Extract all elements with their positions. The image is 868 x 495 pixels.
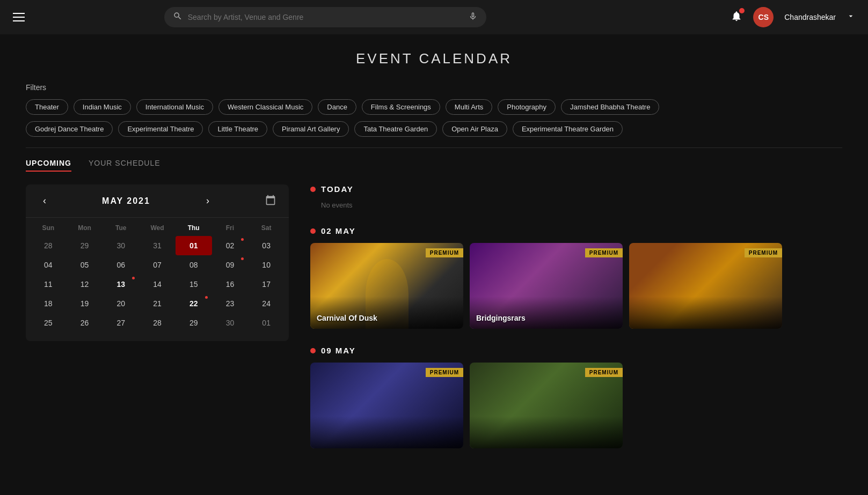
calendar-cell[interactable]: 30 [212, 313, 249, 333]
calendar-cell[interactable]: 06 [103, 255, 139, 275]
calendar-header: ‹ MAY 2021 › [26, 184, 289, 218]
calendar-cell[interactable]: 15 [176, 275, 212, 294]
event-card[interactable]: PREMIUM [470, 363, 623, 448]
calendar-cell[interactable]: 19 [67, 294, 103, 313]
avatar[interactable]: CS [753, 7, 774, 27]
calendar-cell[interactable]: 31 [139, 236, 176, 255]
divider [26, 147, 842, 148]
card-overlay [310, 416, 463, 448]
calendar-cell[interactable]: 27 [103, 313, 139, 333]
calendar-cell[interactable]: 23 [212, 294, 249, 313]
calendar-cell[interactable]: 29 [176, 313, 212, 333]
day-name-sat: Sat [248, 224, 285, 232]
calendar-cell[interactable]: 22 [176, 294, 212, 313]
filter-tag[interactable]: Little Theatre [208, 121, 267, 137]
filter-row-1: TheaterIndian MusicInternational MusicWe… [26, 99, 842, 115]
calendar-cell[interactable]: 14 [139, 275, 176, 294]
event-card[interactable]: PREMIUM Carnival Of Dusk [310, 243, 463, 329]
calendar-cell[interactable]: 28 [139, 313, 176, 333]
calendar-cell[interactable]: 02 [212, 236, 249, 255]
filter-tag[interactable]: Open Air Plaza [442, 121, 507, 137]
filter-tag[interactable]: Dance [318, 99, 356, 115]
calendar-cell[interactable]: 26 [67, 313, 103, 333]
tab-your-schedule[interactable]: YOUR SCHEDULE [89, 159, 161, 172]
premium-badge: PREMIUM [426, 248, 463, 257]
next-month-button[interactable]: › [202, 193, 214, 209]
day-name-thu: Thu [176, 224, 212, 232]
filter-tag[interactable]: Piramal Art Gallery [273, 121, 349, 137]
calendar-cell[interactable]: 18 [30, 294, 67, 313]
notification-bell[interactable] [731, 10, 742, 24]
event-dot [132, 277, 135, 279]
event-date-group: 02 MAY PREMIUM Carnival Of Dusk PREMIUM … [310, 226, 842, 329]
filter-tag[interactable]: Jamshed Bhabha Theatre [561, 99, 659, 115]
prev-month-button[interactable]: ‹ [39, 193, 50, 209]
filters-label: Filters [26, 83, 842, 92]
calendar-cell[interactable]: 25 [30, 313, 67, 333]
calendar-cell[interactable]: 01 [176, 236, 212, 255]
event-date-label: 02 MAY [310, 226, 842, 235]
microphone-icon[interactable] [468, 11, 478, 23]
calendar-events-layout: ‹ MAY 2021 › SunMonTueWedThuFriSat 28293… [26, 184, 842, 466]
filter-tag[interactable]: Photography [498, 99, 556, 115]
events-section: TODAY No events 02 MAY PREMIUM Carnival … [289, 184, 842, 466]
filter-tag[interactable]: Films & Screenings [362, 99, 440, 115]
filter-tag[interactable]: Multi Arts [446, 99, 492, 115]
event-groups: 02 MAY PREMIUM Carnival Of Dusk PREMIUM … [310, 226, 842, 448]
calendar-cell[interactable]: 20 [103, 294, 139, 313]
calendar-cell[interactable]: 28 [30, 236, 67, 255]
calendar-cell[interactable]: 24 [248, 294, 285, 313]
calendar-cell[interactable]: 10 [248, 255, 285, 275]
calendar-cell[interactable]: 01 [248, 313, 285, 333]
calendar-cell[interactable]: 21 [139, 294, 176, 313]
today-group: TODAY No events [310, 184, 842, 209]
calendar-cell[interactable]: 11 [30, 275, 67, 294]
month-label: MAY 2021 [102, 196, 150, 206]
calendar: ‹ MAY 2021 › SunMonTueWedThuFriSat 28293… [26, 184, 289, 341]
filter-tag[interactable]: International Music [136, 99, 213, 115]
calendar-cell[interactable]: 07 [139, 255, 176, 275]
calendar-cell[interactable]: 29 [67, 236, 103, 255]
calendar-cell[interactable]: 12 [67, 275, 103, 294]
notification-badge [739, 8, 745, 13]
calendar-cell[interactable]: 04 [30, 255, 67, 275]
filter-tag[interactable]: Tata Theatre Garden [354, 121, 437, 137]
filter-tag[interactable]: Indian Music [74, 99, 131, 115]
calendar-cell[interactable]: 30 [103, 236, 139, 255]
date-dot [310, 348, 316, 353]
calendar-cell[interactable]: 17 [248, 275, 285, 294]
filter-tag[interactable]: Western Classical Music [218, 99, 312, 115]
event-cards: PREMIUM PREMIUM [310, 363, 842, 448]
tab-upcoming[interactable]: UPCOMING [26, 159, 71, 172]
filter-row-2: Godrej Dance TheatreExperimental Theatre… [26, 121, 842, 137]
filter-tag[interactable]: Godrej Dance Theatre [26, 121, 113, 137]
date-text: 02 MAY [321, 226, 356, 235]
page-title: EVENT CALENDAR [26, 50, 842, 67]
no-events-text: No events [310, 201, 842, 209]
calendar-weeks: 2829303101020304050607080910111213141516… [30, 236, 285, 333]
calendar-picker-button[interactable] [265, 195, 276, 207]
filter-tag[interactable]: Experimental Theatre Garden [513, 121, 623, 137]
event-dot [241, 257, 244, 260]
calendar-week: 18192021222324 [30, 294, 285, 313]
filter-tag[interactable]: Experimental Theatre [118, 121, 203, 137]
user-name[interactable]: Chandrashekar [784, 13, 836, 21]
calendar-cell[interactable]: 13 [103, 275, 139, 294]
calendar-cell[interactable]: 05 [67, 255, 103, 275]
event-card[interactable]: PREMIUM [629, 243, 782, 329]
card-overlay [310, 297, 463, 329]
calendar-cell[interactable]: 16 [212, 275, 249, 294]
calendar-cell[interactable]: 09 [212, 255, 249, 275]
event-card[interactable]: PREMIUM Bridgingsrars [470, 243, 623, 329]
event-dot [205, 296, 208, 299]
search-input[interactable] [188, 13, 463, 21]
calendar-grid: SunMonTueWedThuFriSat 282930310102030405… [26, 218, 289, 341]
header-right: CS Chandrashekar [731, 7, 855, 27]
chevron-down-icon[interactable] [847, 12, 855, 23]
calendar-cell[interactable]: 08 [176, 255, 212, 275]
calendar-cell[interactable]: 03 [248, 236, 285, 255]
filter-tag[interactable]: Theater [26, 99, 68, 115]
event-date-label: 09 MAY [310, 346, 842, 355]
event-card[interactable]: PREMIUM [310, 363, 463, 448]
hamburger-menu[interactable] [13, 13, 25, 21]
